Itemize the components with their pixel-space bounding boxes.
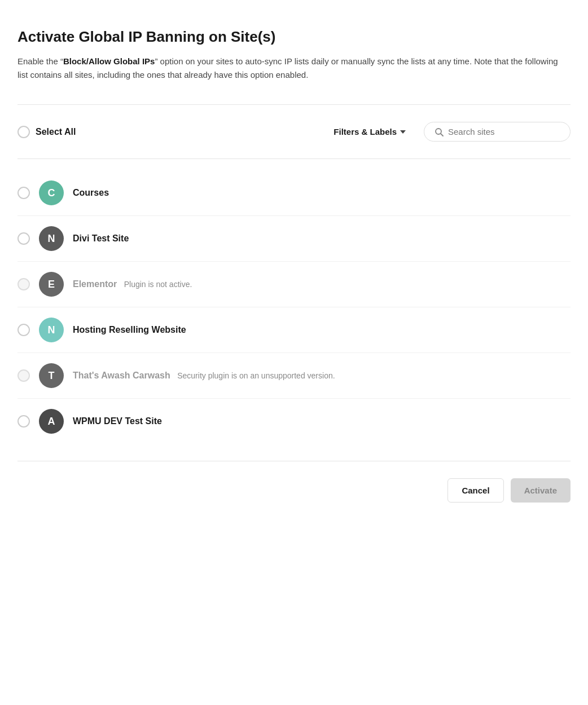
- svg-line-1: [441, 134, 443, 136]
- site-item: A WPMU DEV Test Site: [17, 399, 571, 444]
- site-avatar-awash-carwash: T: [39, 363, 64, 388]
- site-checkbox-courses[interactable]: [17, 187, 30, 199]
- activate-button[interactable]: Activate: [511, 478, 571, 503]
- site-item: E Elementor Plugin is not active.: [17, 262, 571, 307]
- chevron-down-icon: [400, 130, 406, 134]
- site-item: C Courses: [17, 170, 571, 216]
- modal-title: Activate Global IP Banning on Site(s): [17, 28, 571, 46]
- site-checkbox-divi-test-site[interactable]: [17, 232, 30, 245]
- toolbar: Select All Filters & Labels: [17, 116, 571, 147]
- site-item: T That's Awash Carwash Security plugin i…: [17, 353, 571, 399]
- list-divider: [17, 158, 571, 159]
- site-name-divi-test-site: Divi Test Site: [73, 233, 129, 244]
- site-checkbox-wpmu-dev[interactable]: [17, 415, 30, 428]
- search-icon: [435, 127, 444, 136]
- site-name-elementor: Elementor Plugin is not active.: [73, 279, 192, 289]
- site-avatar-wpmu-dev: A: [39, 409, 64, 434]
- filters-label: Filters & Labels: [334, 127, 397, 136]
- description-prefix: Enable the “: [17, 56, 63, 66]
- site-name-wpmu-dev: WPMU DEV Test Site: [73, 416, 162, 426]
- site-item: N Divi Test Site: [17, 216, 571, 262]
- site-checkbox-awash-carwash: [17, 369, 30, 382]
- modal-header: Activate Global IP Banning on Site(s) En…: [17, 23, 571, 93]
- site-avatar-divi-test-site: N: [39, 226, 64, 251]
- site-avatar-hosting-reselling: N: [39, 318, 64, 342]
- modal-container: Activate Global IP Banning on Site(s) En…: [17, 23, 571, 508]
- search-wrapper[interactable]: [424, 122, 571, 142]
- select-all-wrapper[interactable]: Select All: [17, 126, 76, 138]
- modal-footer: Cancel Activate: [17, 461, 571, 508]
- site-name-awash-carwash: That's Awash Carwash Security plugin is …: [73, 371, 335, 381]
- site-checkbox-hosting-reselling[interactable]: [17, 324, 30, 336]
- modal-description: Enable the “Block/Allow Global IPs” opti…: [17, 55, 571, 82]
- cancel-button[interactable]: Cancel: [447, 478, 503, 503]
- site-checkbox-elementor: [17, 278, 30, 290]
- select-all-label: Select All: [36, 127, 76, 137]
- site-avatar-courses: C: [39, 180, 64, 205]
- header-divider: [17, 104, 571, 105]
- description-bold: Block/Allow Global IPs: [63, 56, 155, 66]
- site-item: N Hosting Reselling Website: [17, 307, 571, 353]
- select-all-checkbox[interactable]: [17, 126, 30, 138]
- search-input[interactable]: [448, 127, 560, 136]
- site-name-courses: Courses: [73, 188, 109, 198]
- site-name-hosting-reselling: Hosting Reselling Website: [73, 325, 186, 335]
- site-avatar-elementor: E: [39, 272, 64, 297]
- filters-labels-button[interactable]: Filters & Labels: [324, 122, 415, 141]
- sites-list: C Courses N Divi Test Site E Elementor P…: [17, 170, 571, 444]
